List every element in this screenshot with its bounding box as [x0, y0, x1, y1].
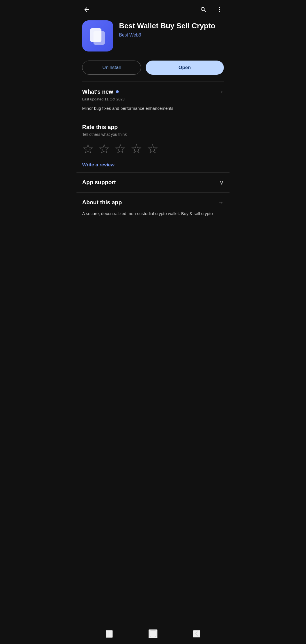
action-buttons: Uninstall Open [76, 57, 230, 81]
open-button[interactable]: Open [146, 61, 224, 75]
recents-nav-button[interactable]: ||| [106, 630, 113, 638]
write-review-button[interactable]: Write a review [82, 162, 114, 168]
app-support-title: App support [82, 179, 116, 186]
new-indicator-dot [116, 90, 119, 93]
app-icon [82, 20, 113, 51]
star-5[interactable]: ☆ [147, 142, 158, 155]
whats-new-title: What's new [82, 89, 113, 95]
star-2[interactable]: ☆ [98, 142, 110, 155]
app-developer: Best Web3 [119, 33, 224, 38]
rate-title: Rate this app [82, 124, 224, 130]
more-options-button[interactable] [215, 5, 224, 14]
star-3[interactable]: ☆ [114, 142, 126, 155]
svg-point-2 [219, 11, 220, 12]
rate-section: Rate this app Tell others what you think… [76, 117, 230, 172]
app-support-chevron-icon: ∨ [219, 179, 224, 186]
about-description: A secure, decentralized, non-custodial c… [82, 210, 224, 217]
svg-rect-4 [94, 31, 105, 45]
app-title: Best Wallet Buy Sell Crypto [119, 22, 224, 30]
about-section: About this app → A secure, decentralized… [76, 192, 230, 223]
whats-new-header: What's new → [82, 88, 224, 95]
back-button[interactable] [82, 5, 91, 14]
svg-point-0 [219, 7, 220, 8]
rate-subtitle: Tell others what you think [82, 132, 224, 137]
bottom-nav: ||| [76, 625, 230, 644]
stars-row: ☆ ☆ ☆ ☆ ☆ [82, 142, 224, 155]
svg-rect-5 [150, 631, 156, 637]
whats-new-section: What's new → Last updated 11 Oct 2023 Mi… [76, 82, 230, 117]
top-bar-actions [199, 5, 224, 14]
about-title: About this app [82, 199, 122, 206]
whats-new-arrow-icon[interactable]: → [218, 88, 224, 95]
whats-new-title-row: What's new [82, 89, 119, 95]
about-arrow-icon[interactable]: → [218, 199, 224, 206]
back-nav-button[interactable] [193, 630, 200, 637]
app-info: Best Wallet Buy Sell Crypto Best Web3 [119, 20, 224, 38]
uninstall-button[interactable]: Uninstall [82, 61, 141, 75]
app-support-section: App support ∨ [76, 172, 230, 192]
about-header: About this app → [82, 199, 224, 206]
home-nav-button[interactable] [148, 629, 158, 638]
star-4[interactable]: ☆ [131, 142, 142, 155]
star-1[interactable]: ☆ [82, 142, 94, 155]
app-support-header[interactable]: App support ∨ [82, 179, 224, 186]
whats-new-description: Minor bug fixes and performance enhancem… [82, 105, 224, 112]
app-header: Best Wallet Buy Sell Crypto Best Web3 [76, 18, 230, 57]
whats-new-date: Last updated 11 Oct 2023 [82, 97, 224, 101]
search-button[interactable] [199, 5, 208, 14]
top-bar [76, 0, 230, 18]
svg-point-1 [219, 9, 220, 10]
